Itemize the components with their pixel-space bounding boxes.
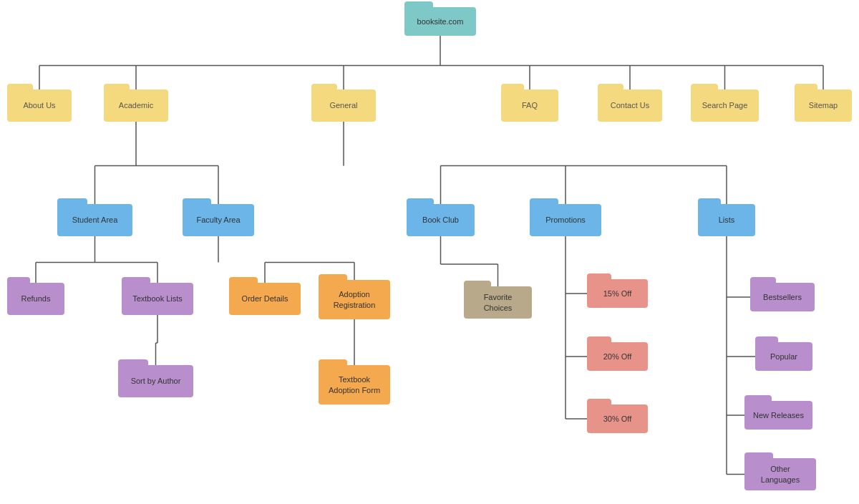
folder-sortbyauthor[interactable]: Sort by Author <box>118 365 193 397</box>
node-faq[interactable]: FAQ <box>501 89 558 122</box>
node-bookclub[interactable]: Book Club <box>407 204 475 236</box>
folder-off15[interactable]: 15% Off <box>587 279 648 308</box>
node-textbooklists[interactable]: Textbook Lists <box>122 283 193 315</box>
node-adoptionreg[interactable]: Adoption Registration <box>319 280 390 319</box>
folder-aboutus[interactable]: About Us <box>7 89 72 122</box>
sitemap-container: booksite.com About Us Academic General F… <box>0 0 859 504</box>
folder-promotions[interactable]: Promotions <box>530 204 601 236</box>
node-root[interactable]: booksite.com <box>404 7 476 36</box>
node-academic[interactable]: Academic <box>104 89 168 122</box>
node-general[interactable]: General <box>311 89 376 122</box>
folder-otherlanguages[interactable]: Other Languages <box>744 458 816 490</box>
folder-faq[interactable]: FAQ <box>501 89 558 122</box>
folder-textbookadoptionform[interactable]: Textbook Adoption Form <box>319 365 390 404</box>
folder-favoritechoices[interactable]: Favorite Choices <box>464 286 532 319</box>
folder-bookclub[interactable]: Book Club <box>407 204 475 236</box>
folder-off30[interactable]: 30% Off <box>587 404 648 433</box>
folder-off20[interactable]: 20% Off <box>587 342 648 371</box>
folder-lists[interactable]: Lists <box>698 204 755 236</box>
node-searchpage[interactable]: Search Page <box>691 89 759 122</box>
node-studentarea[interactable]: Student Area <box>57 204 132 236</box>
folder-textbooklists[interactable]: Textbook Lists <box>122 283 193 315</box>
node-refunds[interactable]: Refunds <box>7 283 64 315</box>
folder-adoptionreg[interactable]: Adoption Registration <box>319 280 390 319</box>
node-newreleases[interactable]: New Releases <box>744 401 812 430</box>
node-favoritechoices[interactable]: Favorite Choices <box>464 286 532 319</box>
node-otherlanguages[interactable]: Other Languages <box>744 458 816 490</box>
node-bestsellers[interactable]: Bestsellers <box>750 283 815 311</box>
node-lists[interactable]: Lists <box>698 204 755 236</box>
node-contactus[interactable]: Contact Us <box>598 89 662 122</box>
folder-academic[interactable]: Academic <box>104 89 168 122</box>
folder-sitemap[interactable]: Sitemap <box>795 89 852 122</box>
folder-orderdetails[interactable]: Order Details <box>229 283 301 315</box>
node-popular[interactable]: Popular <box>755 342 812 371</box>
node-textbookadoptionform[interactable]: Textbook Adoption Form <box>319 365 390 404</box>
node-sortbyauthor[interactable]: Sort by Author <box>118 365 193 397</box>
node-off15[interactable]: 15% Off <box>587 279 648 308</box>
folder-facultyarea[interactable]: Faculty Area <box>183 204 254 236</box>
folder-general[interactable]: General <box>311 89 376 122</box>
node-off30[interactable]: 30% Off <box>587 404 648 433</box>
node-aboutus[interactable]: About Us <box>7 89 72 122</box>
folder-refunds[interactable]: Refunds <box>7 283 64 315</box>
node-sitemap[interactable]: Sitemap <box>795 89 852 122</box>
folder-contactus[interactable]: Contact Us <box>598 89 662 122</box>
folder-studentarea[interactable]: Student Area <box>57 204 132 236</box>
folder-popular[interactable]: Popular <box>755 342 812 371</box>
folder-bestsellers[interactable]: Bestsellers <box>750 283 815 311</box>
folder-newreleases[interactable]: New Releases <box>744 401 812 430</box>
folder-searchpage[interactable]: Search Page <box>691 89 759 122</box>
node-off20[interactable]: 20% Off <box>587 342 648 371</box>
node-orderdetails[interactable]: Order Details <box>229 283 301 315</box>
node-facultyarea[interactable]: Faculty Area <box>183 204 254 236</box>
node-promotions[interactable]: Promotions <box>530 204 601 236</box>
folder-root[interactable]: booksite.com <box>404 7 476 36</box>
